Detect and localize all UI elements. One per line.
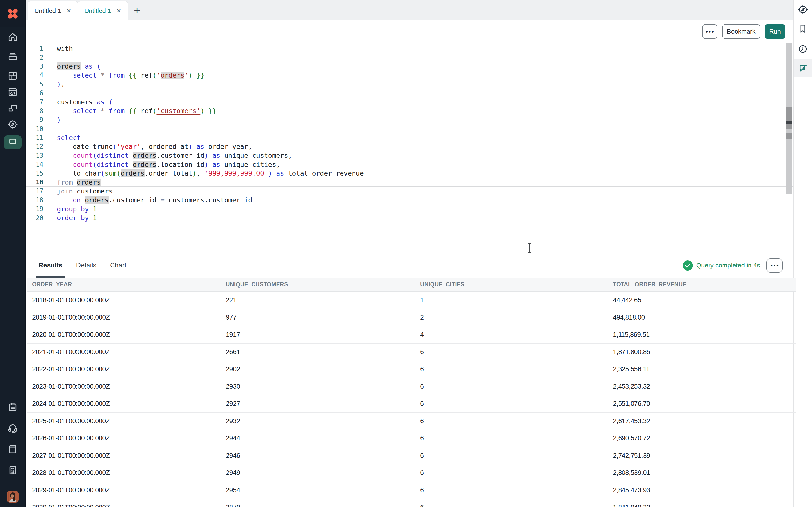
line-number: 15 [26,170,43,177]
scrollbar-thumb[interactable] [786,107,793,129]
line-number: 8 [26,107,43,115]
compass-icon[interactable] [4,119,21,130]
headset-support-icon[interactable] [4,422,21,434]
code-line-20[interactable]: 20order by 1 [26,213,793,222]
sql-editor[interactable]: 1with23orders as (4 select * from {{ ref… [26,43,793,253]
code-line-10[interactable]: 10 [26,124,793,133]
table-cell: 2944 [221,435,415,442]
windows-two-icon[interactable] [4,103,21,114]
column-header-order_year[interactable]: ORDER_YEAR [27,281,221,288]
bookmark-button[interactable]: Bookmark [722,24,760,39]
inbox-stack-icon[interactable] [0,47,26,66]
table-cell: 2022-01-01T00:00:00.000Z [27,365,221,373]
code-line-5[interactable]: 5), [26,80,793,89]
run-button[interactable]: Run [765,24,785,39]
table-cell: 44,442.65 [608,296,796,304]
bookmark-icon[interactable] [794,19,812,39]
code-line-2[interactable]: 2 [26,53,793,62]
table-cell: 2946 [221,452,415,459]
app-window: Untitled 1✕Untitled 1✕+ ••• Bookmark Run… [0,0,812,507]
history-clock-icon[interactable] [794,39,812,59]
results-toolbar: ResultsDetailsChart Query completed in 4… [26,253,793,278]
column-header-unique_customers[interactable]: UNIQUE_CUSTOMERS [221,281,415,288]
table-cell: 6 [415,452,608,459]
table-cell: 2,742,751.39 [608,452,796,459]
table-cell: 2026-01-01T00:00:00.000Z [27,435,221,442]
table-cell: 6 [415,417,608,425]
column-header-total_order_revenue[interactable]: TOTAL_ORDER_REVENUE [608,281,796,288]
user-avatar[interactable] [7,491,19,503]
table-cell: 4 [415,331,608,338]
code-text: orders as ( [57,62,101,70]
results-tab-results[interactable]: Results [39,253,62,278]
table-cell: 2029-01-01T00:00:00.000Z [27,487,221,494]
table-cell: 6 [415,400,608,407]
table-cell: 494,818.00 [608,314,796,321]
text-caret [101,179,101,186]
code-line-13[interactable]: 13 count(distinct orders.customer_id) as… [26,151,793,160]
code-line-8[interactable]: 8 select * from {{ ref('customers') }} [26,107,793,115]
tab-label: Untitled 1 [84,7,111,15]
code-line-11[interactable]: 11select [26,133,793,142]
code-line-1[interactable]: 1with [26,44,793,53]
tab-untitled-2[interactable]: Untitled 1✕ [78,1,128,20]
tab-bar: Untitled 1✕Untitled 1✕+ [26,0,793,20]
line-number: 19 [26,205,43,213]
results-tab-details[interactable]: Details [76,253,97,278]
docs-book-icon[interactable] [4,444,21,455]
table-cell: 2902 [221,365,415,373]
ai-chat-sparkle-icon[interactable] [794,59,812,77]
table-cell: 2927 [221,400,415,407]
laptop-terminal-icon[interactable] [4,135,21,149]
line-number: 14 [26,161,43,168]
tab-untitled-1[interactable]: Untitled 1✕ [28,1,78,20]
new-tab-button[interactable]: + [131,1,143,20]
table-cell: 977 [221,314,415,321]
line-number: 18 [26,196,43,204]
table-header-row: ORDER_YEARUNIQUE_CUSTOMERSUNIQUE_CITIEST… [27,278,796,292]
table-cell: 2,690,570.72 [608,435,796,442]
hex-logo-icon [6,7,20,21]
code-line-15[interactable]: 15 to_char(sum(orders.order_total), '999… [26,169,793,178]
code-line-4[interactable]: 4 select * from {{ ref('orders') }} [26,71,793,79]
dashboard-grid-icon[interactable] [4,70,21,81]
code-line-12[interactable]: 12 date_trunc('year', ordered_at) as ord… [26,142,793,151]
results-more-button[interactable]: ••• [766,259,782,273]
table-cell: 2,453,253.32 [608,383,796,390]
code-text: count(distinct orders.location_id) as un… [57,161,280,168]
results-tab-chart[interactable]: Chart [110,253,126,278]
mouse-text-cursor [529,243,529,253]
tab-close-icon[interactable]: ✕ [116,7,121,14]
home-icon[interactable] [0,27,26,47]
code-line-14[interactable]: 14 count(distinct orders.location_id) as… [26,160,793,169]
code-line-7[interactable]: 7customers as ( [26,98,793,106]
code-line-17[interactable]: 17join customers [26,187,793,195]
table-cell: 1,841,049.32 [608,504,796,507]
compass-icon[interactable] [794,0,812,19]
results-panel: ResultsDetailsChart Query completed in 4… [26,253,793,507]
table-cell: 2019-01-01T00:00:00.000Z [27,314,221,321]
editor-toolbar: ••• Bookmark Run [26,20,793,43]
hex-logo[interactable] [0,0,26,27]
more-options-button[interactable]: ••• [702,24,717,39]
code-line-16[interactable]: 16from orders [26,178,793,187]
column-header-unique_cities[interactable]: UNIQUE_CITIES [415,281,608,288]
table-cell: 2025-01-01T00:00:00.000Z [27,417,221,425]
code-window-icon[interactable] [4,87,21,98]
tab-close-icon[interactable]: ✕ [66,7,71,14]
code-line-19[interactable]: 19group by 1 [26,205,793,213]
code-line-3[interactable]: 3orders as ( [26,62,793,71]
editor-scrollbar[interactable] [786,43,793,194]
code-line-9[interactable]: 9) [26,115,793,124]
code-line-18[interactable]: 18 on orders.customer_id = customers.cus… [26,196,793,205]
table-cell: 2,845,473.93 [608,487,796,494]
table-cell: 2949 [221,469,415,476]
line-number: 1 [26,45,43,52]
line-number: 6 [26,90,43,97]
table-cell: 2018-01-01T00:00:00.000Z [27,296,221,304]
table-cell: 221 [221,296,415,304]
building-org-icon[interactable] [4,465,21,476]
clipboard-icon[interactable] [4,401,21,413]
code-line-6[interactable]: 6 [26,89,793,98]
scrollbar-cursor-marker [786,121,793,124]
